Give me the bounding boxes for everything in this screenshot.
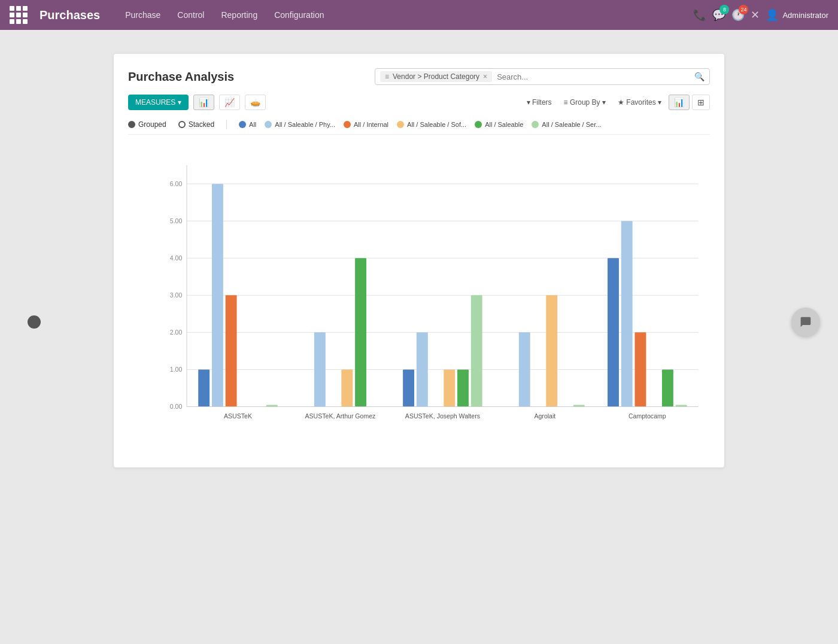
admin-label: Administrator — [782, 11, 828, 20]
topnav: Purchases Purchase Control Reporting Con… — [0, 0, 838, 30]
search-icon[interactable]: 🔍 — [694, 72, 705, 81]
filter-tag: ≡ Vendor > Product Category × — [380, 71, 492, 82]
legend-items: AllAll / Saleable / Phy...All / Internal… — [239, 121, 601, 128]
legend-dot-3 — [397, 121, 404, 128]
grouped-radio-dot — [128, 121, 135, 128]
svg-text:ASUSTeK, Arthur Gomez: ASUSTeK, Arthur Gomez — [305, 412, 376, 420]
legend-text-0: All — [249, 121, 256, 128]
search-bar: ≡ Vendor > Product Category × 🔍 — [375, 68, 710, 85]
filter-tag-label: Vendor > Product Category — [393, 72, 479, 81]
stacked-label: Stacked — [189, 120, 214, 129]
menu-control[interactable]: Control — [170, 7, 211, 23]
group-by-button[interactable]: ≡ Group By ▾ — [559, 96, 611, 109]
phone-icon[interactable]: 📞 — [693, 8, 706, 22]
svg-rect-34 — [621, 221, 633, 406]
measures-label: MEASURES — [135, 98, 175, 107]
svg-rect-26 — [457, 369, 469, 406]
legend-item-4: All / Saleable — [475, 121, 523, 128]
svg-rect-29 — [519, 332, 530, 406]
svg-text:0.00: 0.00 — [170, 403, 183, 410]
svg-text:ASUSTeK: ASUSTeK — [224, 412, 252, 420]
activity-badge: 24 — [739, 5, 748, 14]
svg-rect-21 — [355, 258, 366, 406]
measures-button[interactable]: MEASURES ▾ — [128, 95, 189, 110]
svg-rect-20 — [341, 369, 353, 406]
legend-dot-1 — [265, 121, 272, 128]
svg-rect-16 — [226, 295, 237, 406]
svg-text:ASUSTeK, Joseph Walters: ASUSTeK, Joseph Walters — [405, 412, 480, 420]
legend-separator — [226, 120, 227, 129]
topnav-actions: 📞 💬 8 🕐 24 ✕ 👤 Administrator — [693, 8, 828, 22]
float-action-button[interactable] — [791, 308, 820, 336]
svg-rect-35 — [635, 332, 646, 406]
main-wrapper: Purchase Analysis ≡ Vendor > Product Cat… — [0, 30, 838, 644]
svg-rect-23 — [403, 369, 414, 406]
legend-dot-0 — [239, 121, 246, 128]
svg-rect-19 — [314, 332, 326, 406]
app-switcher-icon[interactable] — [10, 6, 28, 24]
grouped-label: Grouped — [138, 120, 166, 129]
svg-rect-15 — [212, 184, 223, 406]
svg-text:3.00: 3.00 — [170, 291, 183, 299]
bar-chart: 0.001.002.003.004.005.006.00ASUSTeKASUST… — [158, 142, 710, 453]
toolbar-right: ▾ Filters ≡ Group By ▾ ★ Favorites ▾ 📊 ⊞ — [522, 95, 710, 110]
app-title: Purchases — [40, 8, 100, 22]
legend-item-5: All / Saleable / Ser... — [532, 121, 601, 128]
remove-filter-button[interactable]: × — [483, 72, 487, 81]
legend-dot-2 — [344, 121, 351, 128]
svg-rect-25 — [444, 369, 455, 406]
page-title: Purchase Analysis — [128, 70, 234, 84]
stacked-radio[interactable]: Stacked — [178, 120, 214, 129]
svg-text:2.00: 2.00 — [170, 329, 183, 336]
menu-purchase[interactable]: Purchase — [118, 7, 168, 23]
svg-rect-27 — [471, 295, 482, 406]
table-view-toggle[interactable]: ⊞ — [692, 95, 710, 110]
chart-view-toggle[interactable]: 📊 — [669, 95, 690, 110]
toolbar: MEASURES ▾ 📊 📈 🥧 ▾ Filters ≡ Group By ▾ … — [128, 95, 710, 110]
legend-dot-5 — [532, 121, 539, 128]
menu-reporting[interactable]: Reporting — [214, 7, 265, 23]
svg-text:Camptocamp: Camptocamp — [628, 412, 666, 420]
legend-item-1: All / Saleable / Phy... — [265, 121, 335, 128]
pie-chart-view-button[interactable]: 🥧 — [245, 95, 266, 110]
svg-text:1.00: 1.00 — [170, 366, 183, 373]
svg-rect-30 — [546, 295, 557, 406]
legend-text-4: All / Saleable — [485, 121, 523, 128]
menu-configuration[interactable]: Configuration — [267, 7, 331, 23]
legend-text-1: All / Saleable / Phy... — [275, 121, 335, 128]
legend-item-2: All / Internal — [344, 121, 388, 128]
chart-container: 0.001.002.003.004.005.006.00ASUSTeKASUST… — [128, 142, 710, 453]
chat-icon — [800, 316, 812, 328]
left-circle-indicator — [28, 315, 41, 329]
messages-icon[interactable]: 💬 8 — [712, 8, 725, 22]
legend-text-5: All / Saleable / Ser... — [542, 121, 601, 128]
measures-chevron: ▾ — [178, 98, 181, 107]
legend-dot-4 — [475, 121, 482, 128]
bar-chart-view-button[interactable]: 📊 — [193, 95, 214, 110]
close-icon[interactable]: ✕ — [751, 8, 760, 22]
list-icon: ≡ — [385, 72, 389, 81]
svg-text:Agrolait: Agrolait — [534, 412, 555, 420]
svg-rect-14 — [198, 369, 210, 406]
svg-text:4.00: 4.00 — [170, 254, 183, 262]
admin-menu[interactable]: 👤 Administrator — [766, 8, 828, 22]
svg-text:5.00: 5.00 — [170, 217, 183, 224]
legend-text-3: All / Saleable / Sof... — [407, 121, 466, 128]
svg-rect-33 — [608, 258, 619, 406]
card-header: Purchase Analysis ≡ Vendor > Product Cat… — [128, 68, 710, 85]
svg-text:6.00: 6.00 — [170, 180, 183, 187]
legend-item-3: All / Saleable / Sof... — [397, 121, 466, 128]
search-input[interactable] — [492, 72, 694, 81]
filters-button[interactable]: ▾ Filters — [522, 96, 557, 109]
line-chart-view-button[interactable]: 📈 — [219, 95, 240, 110]
activity-icon[interactable]: 🕐 24 — [731, 8, 745, 22]
top-menu: Purchase Control Reporting Configuration — [118, 7, 681, 23]
legend-row: Grouped Stacked AllAll / Saleable / Phy.… — [128, 120, 710, 135]
grouped-radio[interactable]: Grouped — [128, 120, 166, 129]
purchase-analysis-card: Purchase Analysis ≡ Vendor > Product Cat… — [114, 54, 724, 467]
messages-badge: 8 — [719, 5, 729, 14]
svg-rect-24 — [417, 332, 428, 406]
favorites-button[interactable]: ★ Favorites ▾ — [613, 96, 666, 109]
legend-item-0: All — [239, 121, 256, 128]
stacked-radio-dot — [178, 121, 186, 128]
